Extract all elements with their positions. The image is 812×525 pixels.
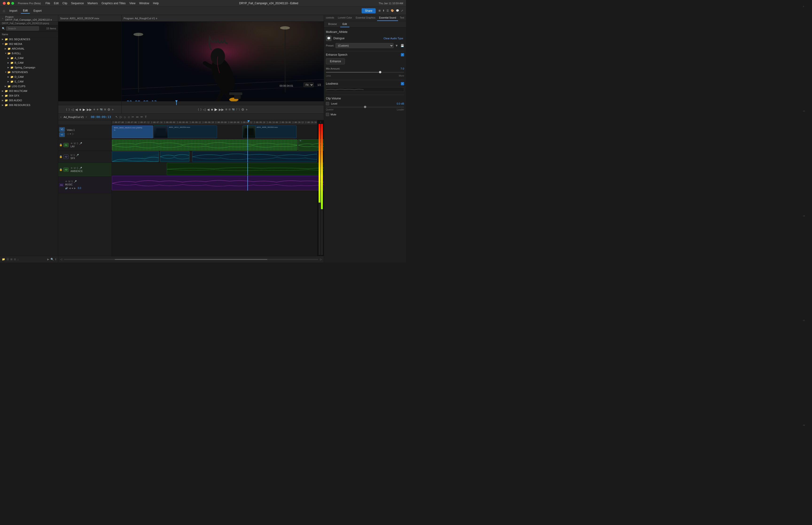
track-select-tool[interactable]: ▷ [119, 115, 123, 119]
settings-icon[interactable]: ⚙ [107, 108, 110, 111]
sfx-clip-3[interactable] [192, 151, 317, 162]
a3-s-btn[interactable]: S [77, 167, 78, 169]
edit-button[interactable]: Edit [21, 8, 30, 14]
close-timeline-icon[interactable]: × [60, 116, 62, 118]
a4-s-btn[interactable]: S [71, 180, 73, 183]
search-input[interactable] [6, 26, 39, 31]
razor-tool[interactable]: ✂ [131, 115, 135, 119]
a1-toggle[interactable]: A1 [63, 143, 68, 147]
menu-view[interactable]: View [129, 2, 136, 5]
video-clip-3[interactable]: A001_A006_081593.mov [243, 125, 296, 138]
insert-icon[interactable]: ⊕ [93, 108, 95, 111]
v1-alt[interactable]: V1 [59, 132, 65, 137]
add-btn[interactable]: + [246, 108, 248, 111]
import-button[interactable]: Import [7, 8, 20, 13]
play-range-start-icon[interactable]: ◁ [60, 258, 62, 261]
share-button[interactable]: Share [362, 8, 376, 13]
play-range-end-icon[interactable]: ▷ [320, 258, 322, 261]
tree-item-archival[interactable]: ▶ 📁 ARCHIVAL [0, 46, 58, 51]
trim-next-icon[interactable]: ⊟ [229, 108, 230, 111]
v1-back-icon[interactable]: ◁ [67, 132, 68, 135]
mix-amount-thumb[interactable] [379, 71, 381, 73]
fullscreen-button[interactable] [11, 2, 14, 5]
a2-toggle[interactable]: A2 [63, 155, 68, 159]
minimize-button[interactable] [7, 2, 10, 5]
camera-icon[interactable]: 📷 [232, 108, 235, 111]
source-scrubbar[interactable] [58, 101, 121, 105]
tab-controls[interactable]: controls [324, 15, 336, 21]
tree-item-d-cam[interactable]: ▶ 📁 D_CAM [0, 75, 58, 79]
track-content-v1[interactable]: B001_B002_0815CS.mov [200%] fx A001_A011… [112, 125, 317, 139]
track-content-a2[interactable] [112, 151, 317, 163]
sequence-menu-icon[interactable]: ≡ [86, 116, 87, 118]
step-back-icon[interactable]: ◀ [75, 108, 78, 111]
tree-item-001-sequences[interactable]: ▶ 📁 001 SEQUENCES [0, 37, 58, 42]
sort-icon[interactable]: ↕ [17, 258, 19, 261]
menu-edit[interactable]: Edit [54, 2, 59, 5]
play-icon[interactable]: ▶ [83, 108, 85, 111]
menu-help[interactable]: Help [153, 2, 159, 5]
tree-item-spring-campaign[interactable]: ▶ 📁 Spring_Campaign [0, 65, 58, 70]
tree-item-log-clips[interactable]: ▶ 📁 LOG CLIPS [0, 84, 58, 89]
export-frame-icon[interactable]: ⊞ [104, 108, 106, 111]
panel-expand-icon[interactable]: » [2, 17, 3, 20]
pen-tool[interactable]: ✏ [140, 115, 143, 119]
browse-tab[interactable]: Browse [326, 21, 339, 27]
pan-left-icon[interactable]: ◀ [69, 187, 71, 190]
timeline-timecode[interactable]: 00:00:09:13 [91, 115, 111, 119]
stop-icon[interactable]: ■ [211, 108, 213, 111]
enhance-button[interactable]: Enhance [326, 58, 345, 64]
trim-prev-icon[interactable]: ⊞ [225, 108, 227, 111]
fullscreen-icon[interactable]: ⤢ [401, 9, 403, 12]
a4-m-btn[interactable]: M [68, 180, 70, 183]
enhance-speech-checkbox[interactable] [401, 53, 404, 56]
add-btn[interactable]: + [112, 108, 114, 111]
lock-icon-a2[interactable]: 🔒 [59, 155, 62, 158]
overwrite-icon[interactable]: ⊕ [96, 108, 98, 111]
menu-sequence[interactable]: Sequence [71, 2, 84, 5]
mute-checkbox[interactable] [326, 113, 329, 116]
step-fwd-icon[interactable]: ▶▶ [219, 108, 224, 111]
mark-out-icon[interactable]: ⟩ [200, 108, 202, 111]
play-in-icon[interactable]: ◁ [71, 108, 74, 111]
a3-m-btn[interactable]: M [74, 167, 76, 169]
level-track[interactable] [326, 107, 404, 107]
program-video[interactable]: 00:00:09:13 Fit 1/2 00:00:34:01 [122, 21, 324, 101]
source-monitor-body[interactable] [58, 21, 121, 101]
slip-tool[interactable]: ⇔ [136, 115, 139, 119]
a2-mic-icon[interactable]: 🎤 [76, 154, 79, 156]
step-fwd-icon[interactable]: ▶▶ [87, 108, 92, 111]
tree-item-interviews[interactable]: ▼ 📂 INTERVIEWS [0, 70, 58, 75]
icon-view-icon[interactable]: ⊞ [10, 258, 13, 261]
selection-tool[interactable]: ↖ [115, 115, 119, 119]
tree-item-e-cam[interactable]: ▶ 📁 E_CAM [0, 79, 58, 84]
level-checkbox[interactable] [326, 102, 329, 105]
lock-icon-a3[interactable]: 🔒 [59, 168, 62, 171]
freeform-view-icon[interactable]: ⊟ [14, 258, 16, 261]
play-icon[interactable]: ▶ [215, 107, 217, 111]
automate-icon[interactable]: ▶ [47, 258, 49, 261]
mark-in-icon[interactable]: ⟨ [198, 108, 199, 111]
export-icon[interactable]: ⬆ [383, 9, 385, 12]
lock-icon-a1[interactable]: 🔒 [59, 144, 62, 146]
tree-item-b-roll[interactable]: ▼ 📂 B-ROLL [0, 51, 58, 56]
close-button[interactable] [3, 2, 6, 5]
tree-item-002-media[interactable]: ▼ 📂 002 MEDIA [0, 42, 58, 46]
tab-essential-sound[interactable]: Essential Sound [377, 15, 398, 21]
menu-clip[interactable]: Clip [62, 2, 67, 5]
tree-item-006-resources[interactable]: ▶ 📁 006 RESOURCES [0, 103, 58, 107]
program-scrubbar[interactable] [122, 101, 324, 105]
menu-file[interactable]: File [46, 2, 50, 5]
tree-item-a-cam[interactable]: ▶ 📁 A_CAM [0, 56, 58, 60]
time-ruler[interactable]: 2:00:07:00 2:00:07:06 2:00:07:12 2:00:07… [112, 120, 317, 125]
music-clip-1[interactable] [112, 176, 324, 190]
list-view-icon[interactable]: ☰ [6, 258, 9, 261]
mix-amount-track[interactable] [326, 72, 404, 73]
video-clip-2[interactable]: A001_A011_08153V.mov [154, 125, 217, 138]
panels-icon[interactable]: ☰ [386, 9, 389, 12]
a1-m-btn[interactable]: M [74, 142, 76, 145]
edit-tab[interactable]: Edit [340, 21, 349, 27]
tree-item-003-multicam[interactable]: ▶ 📁 003 MULTICAM [0, 89, 58, 93]
stop-icon[interactable]: ■ [79, 108, 81, 111]
lav-clip-1[interactable] [112, 139, 297, 151]
